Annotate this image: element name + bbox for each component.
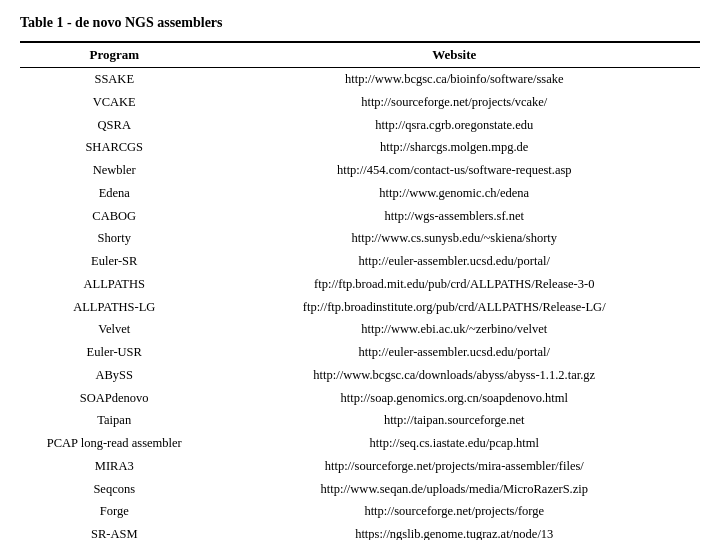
program-cell: ALLPATHS bbox=[20, 273, 208, 296]
program-cell: ALLPATHS-LG bbox=[20, 296, 208, 319]
col-header-program: Program bbox=[20, 42, 208, 68]
website-cell: http://www.bcgsc.ca/bioinfo/software/ssa… bbox=[208, 68, 700, 91]
table-row: Shortyhttp://www.cs.sunysb.edu/~skiena/s… bbox=[20, 227, 700, 250]
program-cell: Edena bbox=[20, 182, 208, 205]
website-cell: ftp://ftp.broadinstitute.org/pub/crd/ALL… bbox=[208, 296, 700, 319]
program-cell: Taipan bbox=[20, 409, 208, 432]
program-cell: Shorty bbox=[20, 227, 208, 250]
table-row: QSRAhttp://qsra.cgrb.oregonstate.edu bbox=[20, 114, 700, 137]
program-cell: Forge bbox=[20, 500, 208, 523]
website-cell: http://www.bcgsc.ca/downloads/abyss/abys… bbox=[208, 364, 700, 387]
table-row: SOAPdenovohttp://soap.genomics.org.cn/so… bbox=[20, 387, 700, 410]
program-cell: MIRA3 bbox=[20, 455, 208, 478]
website-cell: http://euler-assembler.ucsd.edu/portal/ bbox=[208, 250, 700, 273]
table-row: Forgehttp://sourceforge.net/projects/for… bbox=[20, 500, 700, 523]
website-cell: http://www.genomic.ch/edena bbox=[208, 182, 700, 205]
website-cell: http://wgs-assemblers.sf.net bbox=[208, 205, 700, 228]
website-cell: ftp://ftp.broad.mit.edu/pub/crd/ALLPATHS… bbox=[208, 273, 700, 296]
website-cell: http://qsra.cgrb.oregonstate.edu bbox=[208, 114, 700, 137]
website-cell: http://sharcgs.molgen.mpg.de bbox=[208, 136, 700, 159]
program-cell: SR-ASM bbox=[20, 523, 208, 540]
website-cell: http://www.seqan.de/uploads/media/MicroR… bbox=[208, 478, 700, 501]
program-cell: Newbler bbox=[20, 159, 208, 182]
table-row: SHARCGShttp://sharcgs.molgen.mpg.de bbox=[20, 136, 700, 159]
table-row: SR-ASMhttps://ngslib.genome.tugraz.at/no… bbox=[20, 523, 700, 540]
website-cell: http://taipan.sourceforge.net bbox=[208, 409, 700, 432]
website-cell: http://sourceforge.net/projects/forge bbox=[208, 500, 700, 523]
program-cell: Euler-SR bbox=[20, 250, 208, 273]
program-cell: VCAKE bbox=[20, 91, 208, 114]
program-cell: SHARCGS bbox=[20, 136, 208, 159]
program-cell: ABySS bbox=[20, 364, 208, 387]
website-cell: http://seq.cs.iastate.edu/pcap.html bbox=[208, 432, 700, 455]
table-row: Edenahttp://www.genomic.ch/edena bbox=[20, 182, 700, 205]
website-cell: http://www.ebi.ac.uk/~zerbino/velvet bbox=[208, 318, 700, 341]
website-cell: http://454.com/contact-us/software-reque… bbox=[208, 159, 700, 182]
table-row: VCAKEhttp://sourceforge.net/projects/vca… bbox=[20, 91, 700, 114]
program-cell: SSAKE bbox=[20, 68, 208, 91]
table-row: Seqconshttp://www.seqan.de/uploads/media… bbox=[20, 478, 700, 501]
table-title: Table 1 - de novo NGS assemblers bbox=[20, 15, 700, 31]
table-row: Velvethttp://www.ebi.ac.uk/~zerbino/velv… bbox=[20, 318, 700, 341]
assemblers-table: Program Website SSAKEhttp://www.bcgsc.ca… bbox=[20, 41, 700, 540]
website-cell: http://soap.genomics.org.cn/soapdenovo.h… bbox=[208, 387, 700, 410]
col-header-website: Website bbox=[208, 42, 700, 68]
program-cell: SOAPdenovo bbox=[20, 387, 208, 410]
website-cell: http://sourceforge.net/projects/vcake/ bbox=[208, 91, 700, 114]
table-row: Euler-SRhttp://euler-assembler.ucsd.edu/… bbox=[20, 250, 700, 273]
table-row: Newblerhttp://454.com/contact-us/softwar… bbox=[20, 159, 700, 182]
website-cell: http://euler-assembler.ucsd.edu/portal/ bbox=[208, 341, 700, 364]
program-cell: Seqcons bbox=[20, 478, 208, 501]
table-row: MIRA3http://sourceforge.net/projects/mir… bbox=[20, 455, 700, 478]
table-row: ALLPATHSftp://ftp.broad.mit.edu/pub/crd/… bbox=[20, 273, 700, 296]
table-row: Euler-USRhttp://euler-assembler.ucsd.edu… bbox=[20, 341, 700, 364]
table-row: SSAKEhttp://www.bcgsc.ca/bioinfo/softwar… bbox=[20, 68, 700, 91]
program-cell: PCAP long-read assembler bbox=[20, 432, 208, 455]
table-row: ABySShttp://www.bcgsc.ca/downloads/abyss… bbox=[20, 364, 700, 387]
program-cell: QSRA bbox=[20, 114, 208, 137]
table-row: PCAP long-read assemblerhttp://seq.cs.ia… bbox=[20, 432, 700, 455]
table-row: Taipanhttp://taipan.sourceforge.net bbox=[20, 409, 700, 432]
website-cell: https://ngslib.genome.tugraz.at/node/13 bbox=[208, 523, 700, 540]
website-cell: http://sourceforge.net/projects/mira-ass… bbox=[208, 455, 700, 478]
program-cell: Velvet bbox=[20, 318, 208, 341]
table-row: CABOGhttp://wgs-assemblers.sf.net bbox=[20, 205, 700, 228]
table-row: ALLPATHS-LGftp://ftp.broadinstitute.org/… bbox=[20, 296, 700, 319]
program-cell: CABOG bbox=[20, 205, 208, 228]
website-cell: http://www.cs.sunysb.edu/~skiena/shorty bbox=[208, 227, 700, 250]
program-cell: Euler-USR bbox=[20, 341, 208, 364]
